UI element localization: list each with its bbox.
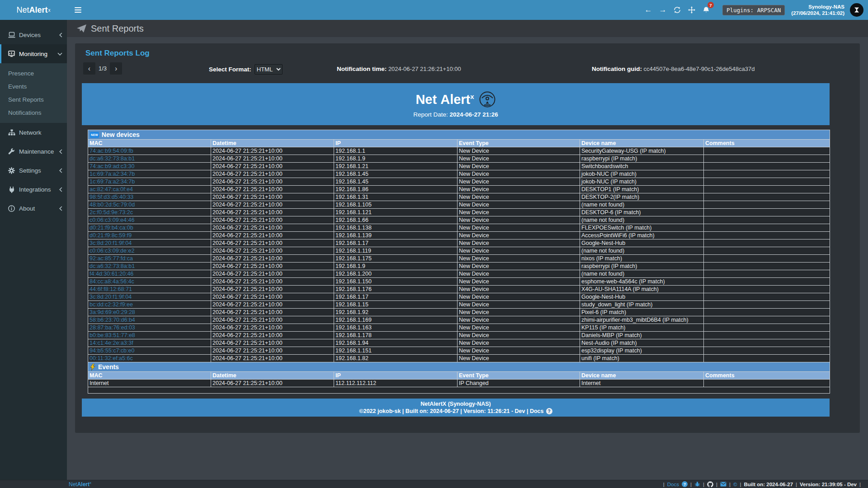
cell-mac: dc:a6:32:73:8a:b1 (88, 155, 211, 163)
cell-mac: 74:ac:b9:54:09:fb (88, 147, 211, 155)
refresh-icon[interactable] (670, 0, 684, 20)
mac-link[interactable]: 00:11:32:ef:a5:6c (90, 355, 133, 361)
cell-mac: 14:c1:4e:2e:a3:3f (88, 339, 211, 347)
notifications-bell-icon[interactable]: 7 (699, 0, 713, 20)
cell-comments (704, 170, 830, 178)
mac-link[interactable]: 3c:8d:20:f1:9f:04 (90, 240, 132, 246)
cell-device-name: esp32display (IP match) (580, 347, 704, 355)
bug-icon[interactable] (694, 481, 700, 487)
mac-link[interactable]: 92:ac:85:77:fd:ca (90, 255, 133, 262)
cell-ip: 192.168.1.17 (334, 239, 458, 247)
mac-link[interactable]: 74:ac:b9:54:09:fb (90, 148, 133, 154)
report-footer-line2: ©2022 jokob-sk | Built on: 2024-06-27 | … (359, 408, 552, 414)
move-icon[interactable] (684, 0, 699, 20)
mail-icon[interactable] (720, 482, 726, 487)
pager-next-button[interactable]: › (110, 62, 122, 75)
table-row: 98:5f:d3:d5:40:33 2024-06-27 21:25:21+10… (88, 193, 830, 201)
cell-mac: d0:21:f9:b4:ca:0b (88, 224, 211, 232)
mac-link[interactable]: d0:21:f9:b4:ca:0b (90, 225, 133, 231)
mac-link[interactable]: 1c:69:7a:a2:34:7b (90, 178, 135, 185)
sidebar-item-monitoring[interactable]: Monitoring (0, 44, 67, 63)
sidebar-item-devices[interactable]: Devices (0, 25, 67, 44)
cell-comments (704, 263, 830, 270)
question-circle-icon[interactable]: ? (682, 481, 688, 487)
mac-link[interactable]: d0:21:f9:8c:59:f9 (90, 232, 132, 239)
table-row: 14:c1:4e:2e:a3:3f 2024-06-27 21:25:21+10… (88, 339, 830, 347)
mac-link[interactable]: dc:a6:32:73:8a:b1 (90, 155, 135, 162)
format-select[interactable]: HTML (255, 64, 283, 75)
sidebar-item-settings[interactable]: Settings (0, 161, 67, 180)
docs-link[interactable]: Docs (667, 482, 679, 487)
cell-datetime: 2024-06-27 21:25:21+10:00 (211, 293, 334, 301)
cell-datetime: 2024-06-27 21:25:21+10:00 (211, 263, 334, 270)
cell-mac: c0:06:c3:09:de:e2 (88, 247, 211, 255)
github-icon[interactable] (707, 481, 713, 488)
mac-link[interactable]: c0:06:c3:09:e4:46 (90, 217, 134, 223)
help-circle-icon: ? (546, 408, 552, 414)
table-row: 3c:8d:20:f1:9f:04 2024-06-27 21:25:21+10… (88, 239, 830, 247)
cell-mac: 48:b0:2d:5c:79:0d (88, 201, 211, 209)
mac-link[interactable]: 3c:8d:20:f1:9f:04 (90, 294, 132, 300)
copyright-link[interactable]: © (733, 482, 737, 487)
cell-device-name: Nest-Audio (IP match) (580, 339, 704, 347)
mac-link[interactable]: 14:c1:4e:2e:a3:3f (90, 340, 133, 346)
sidebar-subitem[interactable]: Notifications (0, 106, 67, 119)
mac-link[interactable]: 74:ac:b9:ad:c3:30 (90, 163, 134, 169)
sidebar-subitem[interactable]: Sent Reports (0, 93, 67, 106)
mac-link[interactable]: 2c:f0:5d:9e:73:2c (90, 209, 133, 216)
mac-link[interactable]: 98:5f:d3:d5:40:33 (90, 194, 133, 200)
info-icon (8, 205, 15, 212)
pager-prev-button[interactable]: ‹ (83, 62, 95, 75)
table-row: 3c:8d:20:f1:9f:04 2024-06-27 21:25:21+10… (88, 293, 830, 301)
user-avatar[interactable] (850, 3, 863, 17)
cell-mac: 3a:9d:69:e0:29:28 (88, 309, 211, 316)
mac-link[interactable]: 94:b5:55:c7:cb:e0 (90, 347, 134, 354)
cell-event-type: New Device (458, 316, 580, 324)
cell-mac: b0:be:83:51:77:e8 (88, 332, 211, 339)
cell-device-name: raspberrypi (IP match) (580, 155, 704, 163)
mac-link[interactable]: c0:06:c3:09:de:e2 (90, 248, 134, 254)
mac-link[interactable]: 58:b6:23:70:d6:b4 (90, 317, 135, 323)
mac-link[interactable]: 44:6f:f8:12:68:71 (90, 286, 132, 292)
mac-link[interactable]: ac:82:47:ca:0f:e4 (90, 186, 133, 192)
sitemap-icon (8, 129, 15, 136)
mac-link[interactable]: 1c:69:7a:a2:34:7b (90, 171, 135, 177)
sidebar-item-about[interactable]: About (0, 199, 67, 218)
mac-link[interactable]: 28:87:ba:76:ed:03 (90, 324, 135, 331)
nav-back-icon[interactable]: ← (641, 0, 656, 20)
notification-guid: Notification guid: cc44507e-8ea6-48e7-90… (592, 66, 755, 72)
cell-comments (704, 193, 830, 201)
paper-plane-icon (77, 24, 86, 33)
gear-icon (8, 167, 15, 174)
footer-brand[interactable]: NetAlertx (69, 481, 91, 488)
mac-link[interactable]: 48:b0:2d:5c:79:0d (90, 202, 135, 208)
report-footer: NetAlertX (Synology-NAS) ©2022 jokob-sk … (82, 399, 830, 417)
cell-datetime: 2024-06-27 21:25:21+10:00 (211, 216, 334, 224)
mac-link[interactable]: b0:be:83:51:77:e8 (90, 332, 135, 338)
sidebar-item-network[interactable]: Network (0, 123, 67, 142)
page-title: Sent Reports (91, 23, 144, 34)
table-row: d0:21:f9:b4:ca:0b 2024-06-27 21:25:21+10… (88, 224, 830, 232)
mac-link[interactable]: 84:cc:a8:4a:56:4c (90, 278, 134, 285)
cell-device-name: (name not found) (580, 201, 704, 209)
mac-link[interactable]: bc:dd:c2:32:f9:ee (90, 301, 133, 308)
table-row: 1c:69:7a:a2:34:7b 2024-06-27 21:25:21+10… (88, 170, 830, 178)
plugins-status-pill[interactable]: Plugins: ARPSCAN (722, 5, 785, 15)
sidebar-item-integrations[interactable]: Integrations (0, 180, 67, 199)
sidebar-item-maintenance[interactable]: Maintenance (0, 142, 67, 161)
cell-device-name: Daniels-MBP (IP match) (580, 332, 704, 339)
cell-comments (704, 232, 830, 239)
nav-forward-icon[interactable]: → (656, 0, 670, 20)
cell-device-name: FLEXPOESwitch (IP match) (580, 224, 704, 232)
cell-device-name: Pixel-6 (IP match) (580, 309, 704, 316)
sidebar-subitem[interactable]: Events (0, 80, 67, 93)
netalertx-logo-icon (479, 91, 496, 108)
mac-link[interactable]: 3a:9d:69:e0:29:28 (90, 309, 135, 315)
table-row: dc:a6:32:73:8a:b1 2024-06-27 21:25:21+10… (88, 263, 830, 270)
sidebar-subitem[interactable]: Presence (0, 67, 67, 80)
mac-link[interactable]: dc:a6:32:73:8a:b1 (90, 263, 135, 269)
sidebar-toggle-icon[interactable] (68, 0, 88, 20)
mac-link[interactable]: f4:4d:30:61:20:46 (90, 271, 133, 277)
app-logo[interactable]: NetAlertx (0, 0, 67, 20)
report-title: Net Alertx (415, 91, 495, 108)
